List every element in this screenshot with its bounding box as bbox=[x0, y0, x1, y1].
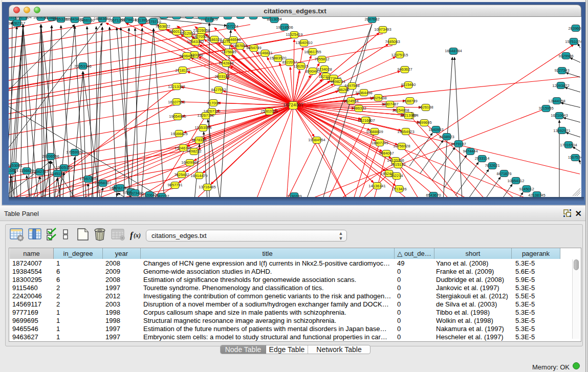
svg-text:19384554: 19384554 bbox=[308, 138, 325, 142]
svg-text:62160: 62160 bbox=[360, 118, 371, 123]
svg-text:17359924: 17359924 bbox=[66, 150, 83, 155]
svg-text:2839607: 2839607 bbox=[568, 26, 581, 31]
svg-text:9375710: 9375710 bbox=[146, 19, 161, 24]
svg-text:16107553: 16107553 bbox=[168, 100, 185, 104]
svg-text:10543342: 10543342 bbox=[187, 39, 204, 44]
svg-text:10756928: 10756928 bbox=[393, 144, 410, 148]
svg-text:9626108: 9626108 bbox=[418, 105, 433, 110]
svg-text:19166825: 19166825 bbox=[170, 132, 187, 136]
svg-text:12505135: 12505135 bbox=[55, 165, 72, 170]
svg-text:2867608: 2867608 bbox=[232, 43, 247, 48]
svg-text:4598234: 4598234 bbox=[330, 79, 345, 84]
svg-text:16409948: 16409948 bbox=[181, 160, 198, 165]
svg-text:20206556: 20206556 bbox=[42, 154, 59, 159]
svg-text:17016504: 17016504 bbox=[560, 143, 577, 147]
svg-text:12213383: 12213383 bbox=[168, 84, 185, 89]
svg-text:4498222: 4498222 bbox=[186, 149, 201, 154]
svg-text:16961755: 16961755 bbox=[304, 50, 321, 54]
svg-text:9115460: 9115460 bbox=[401, 82, 416, 87]
svg-text:12093872: 12093872 bbox=[552, 83, 569, 88]
svg-text:2188789: 2188789 bbox=[402, 99, 417, 103]
svg-text:6734028: 6734028 bbox=[317, 67, 332, 72]
svg-text:16914479: 16914479 bbox=[190, 173, 207, 178]
svg-text:2718170: 2718170 bbox=[175, 68, 190, 73]
svg-text:11353594: 11353594 bbox=[195, 125, 212, 130]
svg-text:9896453: 9896453 bbox=[179, 54, 194, 58]
svg-text:1167534: 1167534 bbox=[568, 155, 581, 160]
svg-text:7955812: 7955812 bbox=[314, 57, 329, 61]
svg-text:1875685: 1875685 bbox=[221, 50, 236, 54]
svg-text:10688609: 10688609 bbox=[366, 129, 383, 134]
svg-text:6543670: 6543670 bbox=[426, 193, 441, 197]
svg-text:6899695: 6899695 bbox=[417, 120, 431, 125]
svg-text:16154808: 16154808 bbox=[392, 108, 409, 113]
svg-text:2087682: 2087682 bbox=[364, 17, 379, 21]
svg-text:746266: 746266 bbox=[336, 87, 349, 92]
svg-text:12375115: 12375115 bbox=[391, 53, 408, 57]
svg-text:13640910: 13640910 bbox=[295, 40, 312, 45]
svg-text:8471676: 8471676 bbox=[496, 171, 511, 176]
svg-text:10807487: 10807487 bbox=[381, 102, 398, 106]
svg-text:6497568: 6497568 bbox=[344, 83, 359, 88]
svg-text:417006: 417006 bbox=[207, 101, 220, 105]
svg-text:18807249: 18807249 bbox=[371, 141, 388, 145]
svg-text:1145193: 1145193 bbox=[50, 171, 65, 176]
svg-text:7663822: 7663822 bbox=[155, 24, 170, 29]
svg-text:9084067: 9084067 bbox=[379, 151, 394, 156]
svg-text:252214: 252214 bbox=[390, 173, 403, 178]
svg-text:8938923: 8938923 bbox=[439, 135, 454, 139]
svg-text:12444158: 12444158 bbox=[548, 99, 565, 103]
svg-text:19218506: 19218506 bbox=[276, 25, 293, 30]
svg-text:17507864: 17507864 bbox=[14, 17, 31, 19]
svg-text:16782759: 16782759 bbox=[112, 186, 128, 190]
svg-text:3215955: 3215955 bbox=[538, 106, 553, 111]
svg-text:25302033: 25302033 bbox=[260, 109, 277, 114]
svg-text:13267110: 13267110 bbox=[198, 113, 214, 118]
svg-text:16648784: 16648784 bbox=[445, 49, 462, 53]
svg-text:21364436: 21364436 bbox=[355, 91, 372, 95]
svg-text:1987737: 1987737 bbox=[154, 194, 169, 197]
svg-text:9546546: 9546546 bbox=[226, 37, 241, 42]
svg-text:(x): (x) bbox=[134, 232, 141, 239]
svg-text:6679197: 6679197 bbox=[451, 142, 466, 146]
svg-text:2803144: 2803144 bbox=[214, 74, 229, 79]
svg-text:14136141: 14136141 bbox=[368, 184, 385, 188]
svg-text:96282117: 96282117 bbox=[9, 21, 25, 26]
svg-text:12213967: 12213967 bbox=[400, 113, 417, 118]
svg-text:12923446: 12923446 bbox=[126, 191, 143, 195]
svg-text:23226058: 23226058 bbox=[193, 28, 210, 33]
svg-text:7485063: 7485063 bbox=[385, 39, 400, 44]
svg-text:8453061: 8453061 bbox=[9, 163, 23, 168]
svg-text:9474444: 9474444 bbox=[463, 149, 477, 154]
svg-text:9857791: 9857791 bbox=[167, 183, 182, 187]
svg-text:9463627: 9463627 bbox=[397, 67, 412, 72]
svg-text:6466160: 6466160 bbox=[79, 18, 94, 23]
svg-text:7625402: 7625402 bbox=[174, 172, 189, 177]
svg-text:18724007: 18724007 bbox=[283, 102, 303, 107]
svg-text:19654923: 19654923 bbox=[397, 129, 414, 134]
svg-text:11325419: 11325419 bbox=[286, 32, 303, 37]
svg-text:10958107: 10958107 bbox=[94, 181, 111, 185]
svg-text:3624554: 3624554 bbox=[343, 99, 358, 103]
svg-text:10973493: 10973493 bbox=[374, 27, 391, 32]
svg-text:10654112: 10654112 bbox=[508, 179, 525, 183]
svg-text:13692971: 13692971 bbox=[553, 128, 570, 133]
svg-text:9146821: 9146821 bbox=[257, 51, 272, 55]
svg-text:9329986: 9329986 bbox=[558, 54, 573, 58]
svg-text:7357224: 7357224 bbox=[223, 24, 238, 29]
svg-text:1713426: 1713426 bbox=[391, 187, 406, 191]
svg-text:20053346: 20053346 bbox=[74, 64, 91, 69]
svg-text:1362615: 1362615 bbox=[293, 64, 308, 69]
svg-text:2130789: 2130789 bbox=[287, 194, 301, 197]
svg-text:5878334: 5878334 bbox=[191, 138, 206, 142]
svg-text:16210643: 16210643 bbox=[551, 113, 568, 118]
svg-text:42138745: 42138745 bbox=[528, 193, 545, 197]
svg-text:6279418: 6279418 bbox=[121, 17, 136, 22]
svg-text:8242848: 8242848 bbox=[219, 61, 233, 65]
svg-text:9245012: 9245012 bbox=[519, 187, 534, 191]
svg-text:1615132: 1615132 bbox=[390, 162, 405, 167]
svg-text:8454749: 8454749 bbox=[246, 46, 261, 50]
svg-text:2933114: 2933114 bbox=[475, 156, 490, 161]
svg-text:12342757: 12342757 bbox=[31, 169, 48, 174]
svg-text:7986322: 7986322 bbox=[351, 106, 366, 111]
